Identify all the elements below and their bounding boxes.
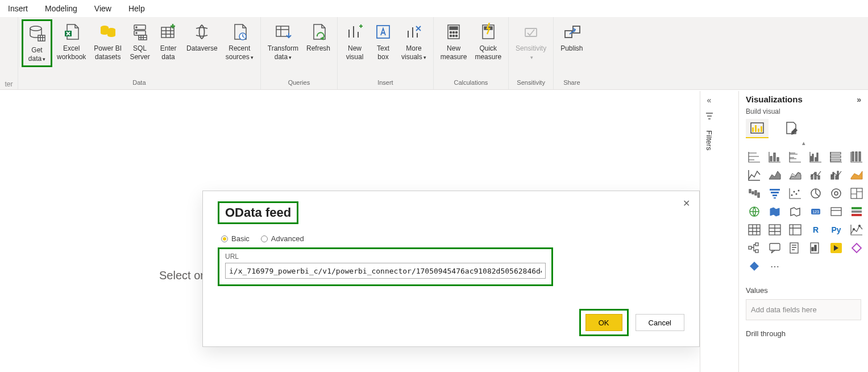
stacked-column-100-icon[interactable] [848,150,865,164]
dataverse-line1: Dataverse [186,44,218,52]
funnel-icon[interactable] [766,186,783,201]
new-measure-button[interactable]: New measure [437,19,471,64]
excel-workbook-button[interactable]: Excel workbook [53,19,89,64]
more-options-icon[interactable]: ⋯ [766,259,783,274]
get-more-visuals-icon[interactable] [848,241,865,255]
svg-rect-38 [817,153,818,161]
get-data-button[interactable]: Get data▾ [22,19,52,67]
recent-sources-button[interactable]: Recent sources▾ [222,19,257,64]
power-apps-icon[interactable] [746,259,763,274]
menu-modeling[interactable]: Modeling [41,2,81,15]
dataverse-button[interactable]: Dataverse [183,19,221,64]
line-clustered-column-icon[interactable] [828,168,845,183]
pie-icon[interactable] [807,186,824,201]
database-icon [27,23,47,44]
recent-sources-icon [229,22,250,42]
svg-rect-15 [450,27,458,30]
svg-rect-26 [573,26,580,33]
decomposition-tree-icon[interactable] [746,241,763,255]
refresh-button[interactable]: Refresh [303,19,334,64]
new-visual-icon [344,22,365,42]
svg-point-8 [136,32,137,34]
stacked-area-icon[interactable] [787,168,804,183]
url-input[interactable] [225,263,546,279]
ribbon-chart-icon[interactable] [848,168,865,183]
ribbon-group-data: Get data▾ Excel workbook Power BI datase… [18,17,261,89]
stacked-bar-100-icon[interactable] [828,150,845,164]
treemap-icon[interactable] [848,186,865,201]
new-visual-button[interactable]: New visual [341,19,368,64]
expand-right-icon[interactable]: » [857,95,861,104]
clustered-bar-icon[interactable] [787,150,804,164]
menu-view[interactable]: View [91,2,115,15]
multirow-card-icon[interactable] [848,204,865,219]
svg-rect-32 [770,156,772,161]
kpi-icon[interactable] [746,222,763,237]
transform-data-button[interactable]: Transform data▾ [264,19,302,64]
py-visual-icon[interactable]: Py [828,222,845,237]
svg-point-19 [450,35,452,37]
sql-server-button[interactable]: SQL Server [126,19,153,64]
card-icon[interactable] [828,204,845,219]
r-visual-icon[interactable]: R [807,222,824,237]
svg-rect-54 [755,191,757,195]
morevisuals-line2: visuals [401,53,422,61]
viz-tab-format[interactable] [780,119,803,138]
line-stacked-column-icon[interactable] [807,168,824,183]
radio-unselected-icon [261,235,268,242]
menu-help[interactable]: Help [125,2,148,15]
powerbi-datasets-button[interactable]: Power BI datasets [90,19,125,64]
key-influencers-icon[interactable] [848,222,865,237]
viz-tab-build[interactable] [746,119,769,138]
area-icon[interactable] [766,168,783,183]
table-icon[interactable] [766,222,783,237]
stacked-bar-icon[interactable] [746,150,763,164]
viz-gallery: 123 R Py ⋯ [746,150,861,274]
line-icon[interactable] [746,168,763,183]
viz-tab-caret: ▴ [746,139,861,145]
smart-narrative-icon[interactable] [787,241,804,255]
scatter-icon[interactable] [787,186,804,201]
more-visuals-button[interactable]: More visuals▾ [398,19,430,64]
viz-title: Visualizations [746,94,803,104]
filled-map-icon[interactable] [766,204,783,219]
paginated-report-icon[interactable] [807,241,824,255]
values-dropzone[interactable]: Add data fields here [746,299,861,320]
quick-measure-button[interactable]: Quick measure [471,19,505,64]
url-label: URL [225,253,546,261]
azure-map-icon[interactable] [787,204,804,219]
radio-basic[interactable]: Basic [221,234,250,243]
close-icon[interactable]: ✕ [683,198,690,209]
qa-icon[interactable] [766,241,783,255]
ribbon-group-calc-label: Calculations [454,78,488,88]
visualizations-panel: Visualizations » Build visual ▴ [738,91,868,372]
text-box-button[interactable]: Text box [369,19,397,64]
chevron-down-icon: ▾ [423,55,426,60]
excel-line1: Excel [63,44,80,52]
power-automate-icon[interactable] [828,241,845,255]
collapse-left-icon[interactable]: « [707,96,712,105]
ok-button[interactable]: OK [585,314,622,331]
waterfall-icon[interactable] [746,186,763,201]
menu-insert[interactable]: Insert [5,2,31,15]
transform-line2: data [275,53,288,61]
sensitivity-button: Sensitivity ▾ [512,19,550,64]
url-block: URL [218,247,553,286]
stacked-column-icon[interactable] [766,150,783,164]
gauge-icon[interactable]: 123 [807,204,824,219]
cancel-button[interactable]: Cancel [636,314,684,331]
map-icon[interactable] [746,204,763,219]
clustered-column-icon[interactable] [807,150,824,164]
matrix-icon[interactable] [787,222,804,237]
filters-rail[interactable]: « Filters [700,91,718,372]
quick-measure-icon [478,22,499,42]
enter-data-button[interactable]: Enter data [155,19,182,64]
donut-icon[interactable] [828,186,845,201]
chevron-down-icon: ▾ [530,55,533,60]
radio-advanced[interactable]: Advanced [261,234,304,243]
svg-rect-29 [755,125,757,132]
ribbon-group-insert: New visual Text box More visuals▾ Insert [338,17,434,89]
publish-button[interactable]: Publish [557,19,586,64]
svg-rect-10 [161,27,174,38]
ok-highlight: OK [579,309,629,336]
